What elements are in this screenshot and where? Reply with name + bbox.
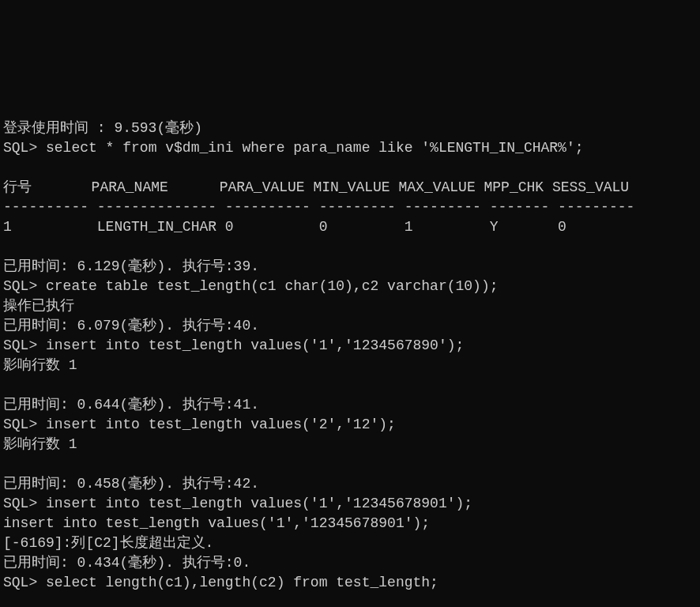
result-row-line: 1 LENGTH_IN_CHAR 0 0 1 Y 0 [3,219,566,235]
result-divider-line: ---------- -------------- ---------- ---… [3,199,634,215]
terminal-window[interactable]: 登录使用时间 : 9.593(毫秒) SQL> select * from v$… [0,99,700,607]
elapsed-time-line: 已用时间: 6.129(毫秒). 执行号:39. [3,258,259,274]
status-line: 影响行数 1 [3,436,77,452]
elapsed-time-line: 已用时间: 0.458(毫秒). 执行号:42. [3,476,259,492]
elapsed-time-line: 已用时间: 0.644(毫秒). 执行号:41. [3,397,259,413]
status-line: 影响行数 1 [3,357,77,373]
login-time-line: 登录使用时间 : 9.593(毫秒) [3,120,202,136]
sql-prompt-line: SQL> select * from v$dm_ini where para_n… [3,140,584,156]
status-line: 操作已执行 [3,298,74,314]
elapsed-time-line: 已用时间: 0.434(毫秒). 执行号:0. [3,555,250,571]
elapsed-time-line: 已用时间: 6.079(毫秒). 执行号:40. [3,318,259,334]
error-line: [-6169]:列[C2]长度超出定义. [3,535,213,551]
echo-line: insert into test_length values('1','1234… [3,515,430,531]
sql-prompt-line: SQL> insert into test_length values('2',… [3,417,396,432]
sql-prompt-line: SQL> select length(c1),length(c2) from t… [3,575,438,590]
sql-prompt-line: SQL> create table test_length(c1 char(10… [3,278,499,294]
sql-prompt-line: SQL> insert into test_length values('1',… [3,496,472,511]
result-header-line: 行号 PARA_NAME PARA_VALUE MIN_VALUE MAX_VA… [3,179,629,195]
sql-prompt-line: SQL> insert into test_length values('1',… [3,337,464,353]
